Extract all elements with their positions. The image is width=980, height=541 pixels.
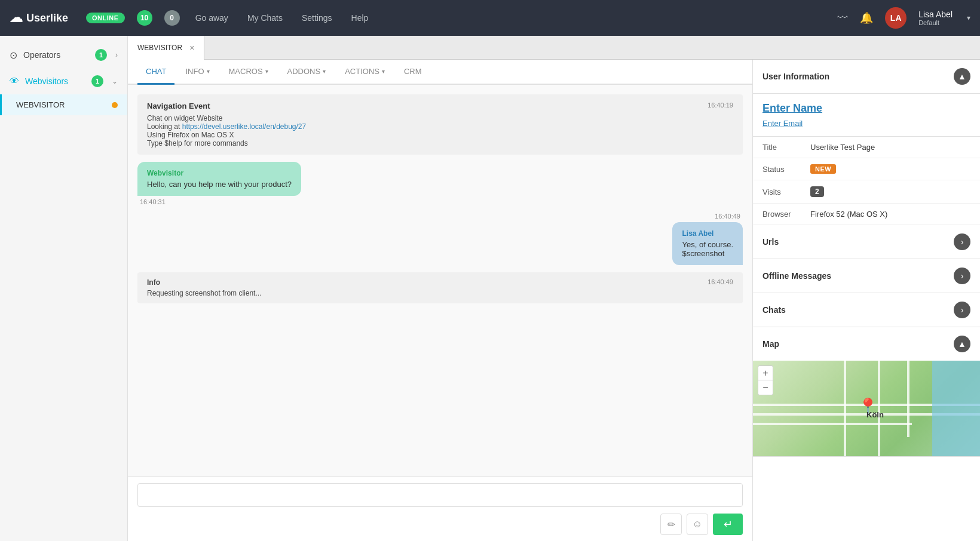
map-header[interactable]: Map ▲ [753,327,980,361]
agent-text-1: Yes, of course. [682,240,733,249]
right-panel: User Information ▲ Enter Name Enter Emai… [753,60,980,541]
webvisitor-item-label: WEBVISITOR [16,100,112,109]
activity-icon[interactable]: 〰 [837,12,848,24]
chat-input-area: ✏ ☺ ↵ [128,477,752,541]
info-dropdown-arrow: ▾ [207,68,210,75]
tab-macros-label: MACROS [229,67,263,76]
tab-crm-label: CRM [404,67,422,76]
user-info-section: Enter Name Enter Email [753,94,980,137]
message-system-nav: Navigation Event 16:40:19 Chat on widget… [137,94,743,155]
tab-crm[interactable]: CRM [396,60,430,85]
urls-header[interactable]: Urls › [753,225,980,259]
go-away-link[interactable]: Go away [192,13,232,23]
sidebar-item-webvisitors[interactable]: 👁 Webvisitors 1 ⌄ [0,68,127,94]
bell-icon[interactable]: 🔔 [860,11,873,24]
msg-info-time: 16:40:49 [708,278,733,287]
tab-addons[interactable]: ADDONS ▾ [279,60,335,85]
operators-chevron: › [115,51,118,59]
map-zoom-out[interactable]: − [758,380,773,395]
actions-dropdown-arrow: ▾ [382,68,385,75]
user-info-toggle[interactable]: ▲ [954,68,970,85]
msg-line-2: Looking at https://devel.userlike.local/… [147,122,733,131]
map-zoom-in[interactable]: + [758,366,773,380]
help-link[interactable]: Help [348,13,372,23]
message-input[interactable] [137,483,743,507]
sidebar: ⊙ Operators 1 › 👁 Webvisitors 1 ⌄ WEBVIS… [0,36,128,541]
urls-toggle[interactable]: › [954,233,970,250]
queue-badge[interactable]: 0 [164,10,180,26]
map-section: Map ▲ [753,327,980,457]
avatar: LA [885,7,906,29]
status-label: Status [762,165,804,174]
tab-actions-label: ACTIONS [345,67,379,76]
content-area: WEBVISITOR × CHAT INFO ▾ MACROS [128,36,980,541]
tab-addons-label: ADDONS [287,67,321,76]
main-layout: ⊙ Operators 1 › 👁 Webvisitors 1 ⌄ WEBVIS… [0,36,980,541]
offline-messages-title: Offline Messages [762,271,831,281]
msg-line-3: Using Firefox on Mac OS X [147,131,733,139]
status-online-badge[interactable]: ONLINE [86,13,125,23]
msg-info-header: Info 16:40:49 [147,278,733,287]
info-row-visits: Visits 2 [753,180,980,204]
urls-section: Urls › [753,225,980,259]
enter-email-link[interactable]: Enter Email [762,119,803,128]
tab-actions[interactable]: ACTIONS ▾ [336,60,393,85]
browser-label: Browser [762,210,804,219]
tab-close-button[interactable]: × [189,43,194,53]
tab-macros[interactable]: MACROS ▾ [220,60,277,85]
chat-count-badge[interactable]: 10 [137,10,152,26]
tab-bar: WEBVISITOR × [128,36,980,60]
chats-header[interactable]: Chats › [753,293,980,327]
chat-main: CHAT INFO ▾ MACROS ▾ ADDONS ▾ [128,60,753,541]
webvisitors-label: Webvisitors [25,76,85,86]
offline-messages-toggle[interactable]: › [954,268,970,284]
visitor-time: 16:40:31 [137,198,166,205]
msg-system-body: Chat on widget Website Looking at https:… [147,114,733,147]
map-title: Map [762,339,779,349]
operators-label: Operators [23,50,89,60]
emoji-button[interactable]: ☺ [687,514,708,535]
topnav-right: 〰 🔔 LA Lisa Abel Default ▾ [837,7,970,29]
tab-chat[interactable]: CHAT [137,60,174,85]
status-badge: NEW [810,164,836,174]
operators-badge: 1 [95,49,107,61]
messages-area: Navigation Event 16:40:19 Chat on widget… [128,85,752,477]
info-row-status: Status NEW [753,158,980,180]
webvisitor-tab[interactable]: WEBVISITOR × [128,36,204,60]
offline-messages-header[interactable]: Offline Messages › [753,259,980,293]
map-container: + − 📍 Köln [753,361,980,456]
msg-info-title: Info [147,278,160,287]
my-chats-link[interactable]: My Chats [244,13,286,23]
user-name: Lisa Abel [918,10,953,19]
user-dropdown-arrow[interactable]: ▾ [967,14,970,22]
offline-messages-section: Offline Messages › [753,259,980,293]
addons-dropdown-arrow: ▾ [323,68,326,75]
visitor-text: Hello, can you help me with your product… [147,180,292,189]
msg-system-header: Navigation Event 16:40:19 [147,102,733,110]
operators-icon: ⊙ [10,50,17,61]
user-info: Lisa Abel Default [918,10,953,26]
map-zoom-controls: + − [758,365,773,395]
visitor-bubble: Webvisitor Hello, can you help me with y… [137,162,301,196]
tab-info[interactable]: INFO ▾ [177,60,218,85]
nav-event-link[interactable]: https://devel.userlike.local/en/debug/27 [182,122,306,131]
send-button[interactable]: ↵ [713,514,743,535]
topnav: ☁ Userlike ONLINE 10 0 Go away My Chats … [0,0,980,36]
map-toggle[interactable]: ▲ [954,336,970,352]
settings-link[interactable]: Settings [298,13,336,23]
chats-title: Chats [762,305,786,315]
info-row-browser: Browser Firefox 52 (Mac OS X) [753,204,980,225]
map-visual: + − 📍 Köln [753,361,980,456]
enter-name-link[interactable]: Enter Name [762,102,970,115]
pencil-button[interactable]: ✏ [660,514,682,535]
sidebar-item-operators[interactable]: ⊙ Operators 1 › [0,42,127,68]
webvisitor-item[interactable]: WEBVISITOR [0,94,127,115]
agent-name: Lisa Abel [682,229,733,238]
visitor-name: Webvisitor [147,169,292,177]
tab-label: WEBVISITOR [137,44,182,52]
chats-toggle[interactable]: › [954,302,970,318]
msg-line-4: Type $help for more commands [147,139,733,147]
message-info: Info 16:40:49 Requesting screenshot from… [137,272,743,303]
chats-section: Chats › [753,293,980,327]
webvisitor-status-dot [112,102,118,108]
